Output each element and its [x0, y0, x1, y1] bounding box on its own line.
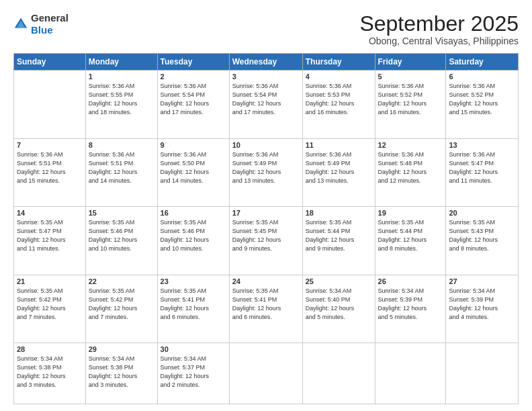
calendar-cell: 20Sunrise: 5:35 AM Sunset: 5:43 PM Dayli…	[446, 207, 519, 275]
calendar-header-monday: Monday	[85, 54, 157, 71]
calendar-cell: 1Sunrise: 5:36 AM Sunset: 5:55 PM Daylig…	[85, 71, 157, 139]
cell-content: Sunrise: 5:36 AM Sunset: 5:48 PM Dayligh…	[378, 150, 443, 185]
calendar-cell: 8Sunrise: 5:36 AM Sunset: 5:51 PM Daylig…	[85, 138, 157, 207]
cell-content: Sunrise: 5:36 AM Sunset: 5:52 PM Dayligh…	[449, 82, 515, 117]
calendar-cell: 25Sunrise: 5:34 AM Sunset: 5:40 PM Dayli…	[302, 275, 375, 343]
day-number: 6	[449, 73, 515, 81]
calendar-table: SundayMondayTuesdayWednesdayThursdayFrid…	[13, 53, 519, 404]
calendar-cell: 3Sunrise: 5:36 AM Sunset: 5:54 PM Daylig…	[229, 71, 302, 139]
calendar-header-friday: Friday	[375, 54, 446, 71]
header: General Blue September 2025 Obong, Centr…	[13, 12, 519, 46]
calendar-cell: 23Sunrise: 5:35 AM Sunset: 5:41 PM Dayli…	[157, 275, 229, 343]
cell-content: Sunrise: 5:34 AM Sunset: 5:40 PM Dayligh…	[306, 287, 372, 322]
cell-content: Sunrise: 5:35 AM Sunset: 5:47 PM Dayligh…	[17, 218, 83, 253]
cell-content: Sunrise: 5:35 AM Sunset: 5:43 PM Dayligh…	[449, 218, 515, 253]
cell-content: Sunrise: 5:34 AM Sunset: 5:39 PM Dayligh…	[449, 287, 515, 322]
logo-text: General Blue	[31, 12, 69, 36]
calendar-header-sunday: Sunday	[14, 54, 86, 71]
calendar-cell: 14Sunrise: 5:35 AM Sunset: 5:47 PM Dayli…	[14, 207, 86, 275]
cell-content: Sunrise: 5:35 AM Sunset: 5:42 PM Dayligh…	[17, 287, 83, 322]
cell-content: Sunrise: 5:34 AM Sunset: 5:38 PM Dayligh…	[17, 355, 83, 390]
day-number: 17	[232, 209, 300, 217]
calendar-cell	[302, 343, 375, 404]
day-number: 10	[232, 141, 300, 149]
cell-content: Sunrise: 5:35 AM Sunset: 5:46 PM Dayligh…	[161, 218, 226, 253]
calendar-week-5: 28Sunrise: 5:34 AM Sunset: 5:38 PM Dayli…	[14, 343, 519, 404]
cell-content: Sunrise: 5:34 AM Sunset: 5:39 PM Dayligh…	[378, 287, 443, 322]
calendar-cell: 2Sunrise: 5:36 AM Sunset: 5:54 PM Daylig…	[157, 71, 229, 139]
calendar-week-2: 7Sunrise: 5:36 AM Sunset: 5:51 PM Daylig…	[14, 138, 519, 207]
day-number: 27	[449, 277, 515, 285]
calendar-cell: 15Sunrise: 5:35 AM Sunset: 5:46 PM Dayli…	[85, 207, 157, 275]
day-number: 11	[306, 141, 372, 149]
day-number: 18	[306, 209, 372, 217]
cell-content: Sunrise: 5:36 AM Sunset: 5:49 PM Dayligh…	[232, 150, 300, 185]
calendar-cell: 30Sunrise: 5:34 AM Sunset: 5:37 PM Dayli…	[157, 343, 229, 404]
cell-content: Sunrise: 5:35 AM Sunset: 5:42 PM Dayligh…	[89, 287, 154, 322]
calendar-cell: 29Sunrise: 5:34 AM Sunset: 5:38 PM Dayli…	[85, 343, 157, 404]
cell-content: Sunrise: 5:35 AM Sunset: 5:41 PM Dayligh…	[232, 287, 300, 322]
cell-content: Sunrise: 5:34 AM Sunset: 5:37 PM Dayligh…	[161, 355, 226, 390]
calendar-week-1: 1Sunrise: 5:36 AM Sunset: 5:55 PM Daylig…	[14, 71, 519, 139]
day-number: 2	[161, 73, 226, 81]
day-number: 5	[378, 73, 443, 81]
calendar-cell: 12Sunrise: 5:36 AM Sunset: 5:48 PM Dayli…	[375, 138, 446, 207]
cell-content: Sunrise: 5:36 AM Sunset: 5:52 PM Dayligh…	[378, 82, 443, 117]
calendar-cell	[375, 343, 446, 404]
cell-content: Sunrise: 5:36 AM Sunset: 5:51 PM Dayligh…	[17, 150, 83, 185]
cell-content: Sunrise: 5:35 AM Sunset: 5:44 PM Dayligh…	[378, 218, 443, 253]
calendar-cell	[229, 343, 302, 404]
day-number: 7	[17, 141, 83, 149]
calendar-cell: 7Sunrise: 5:36 AM Sunset: 5:51 PM Daylig…	[14, 138, 86, 207]
day-number: 1	[89, 73, 154, 81]
cell-content: Sunrise: 5:36 AM Sunset: 5:54 PM Dayligh…	[161, 82, 226, 117]
calendar-header-saturday: Saturday	[446, 54, 519, 71]
day-number: 16	[161, 209, 226, 217]
day-number: 8	[89, 141, 154, 149]
cell-content: Sunrise: 5:35 AM Sunset: 5:46 PM Dayligh…	[89, 218, 154, 253]
cell-content: Sunrise: 5:36 AM Sunset: 5:50 PM Dayligh…	[161, 150, 226, 185]
day-number: 28	[17, 345, 83, 353]
calendar-week-3: 14Sunrise: 5:35 AM Sunset: 5:47 PM Dayli…	[14, 207, 519, 275]
day-number: 12	[378, 141, 443, 149]
cell-content: Sunrise: 5:36 AM Sunset: 5:51 PM Dayligh…	[89, 150, 154, 185]
calendar-header-thursday: Thursday	[302, 54, 375, 71]
cell-content: Sunrise: 5:35 AM Sunset: 5:41 PM Dayligh…	[161, 287, 226, 322]
month-title: September 2025	[359, 12, 519, 36]
calendar-cell: 10Sunrise: 5:36 AM Sunset: 5:49 PM Dayli…	[229, 138, 302, 207]
calendar-header-wednesday: Wednesday	[229, 54, 302, 71]
cell-content: Sunrise: 5:34 AM Sunset: 5:38 PM Dayligh…	[89, 355, 154, 390]
cell-content: Sunrise: 5:36 AM Sunset: 5:53 PM Dayligh…	[306, 82, 372, 117]
calendar-cell: 22Sunrise: 5:35 AM Sunset: 5:42 PM Dayli…	[85, 275, 157, 343]
calendar-cell: 11Sunrise: 5:36 AM Sunset: 5:49 PM Dayli…	[302, 138, 375, 207]
page: General Blue September 2025 Obong, Centr…	[0, 0, 532, 411]
location: Obong, Central Visayas, Philippines	[359, 36, 519, 46]
calendar-cell: 28Sunrise: 5:34 AM Sunset: 5:38 PM Dayli…	[14, 343, 86, 404]
day-number: 30	[161, 345, 226, 353]
day-number: 15	[89, 209, 154, 217]
day-number: 24	[232, 277, 300, 285]
calendar-cell: 18Sunrise: 5:35 AM Sunset: 5:44 PM Dayli…	[302, 207, 375, 275]
day-number: 29	[89, 345, 154, 353]
calendar-cell: 13Sunrise: 5:36 AM Sunset: 5:47 PM Dayli…	[446, 138, 519, 207]
day-number: 25	[306, 277, 372, 285]
day-number: 22	[89, 277, 154, 285]
calendar-body: 1Sunrise: 5:36 AM Sunset: 5:55 PM Daylig…	[14, 71, 519, 404]
logo-icon	[13, 17, 28, 32]
title-block: September 2025 Obong, Central Visayas, P…	[359, 12, 519, 46]
calendar-cell: 4Sunrise: 5:36 AM Sunset: 5:53 PM Daylig…	[302, 71, 375, 139]
calendar-header-tuesday: Tuesday	[157, 54, 229, 71]
calendar-cell: 9Sunrise: 5:36 AM Sunset: 5:50 PM Daylig…	[157, 138, 229, 207]
cell-content: Sunrise: 5:35 AM Sunset: 5:44 PM Dayligh…	[306, 218, 372, 253]
day-number: 3	[232, 73, 300, 81]
calendar-cell: 19Sunrise: 5:35 AM Sunset: 5:44 PM Dayli…	[375, 207, 446, 275]
calendar-cell	[14, 71, 86, 139]
day-number: 4	[306, 73, 372, 81]
cell-content: Sunrise: 5:35 AM Sunset: 5:45 PM Dayligh…	[232, 218, 300, 253]
calendar-cell: 6Sunrise: 5:36 AM Sunset: 5:52 PM Daylig…	[446, 71, 519, 139]
calendar-cell: 21Sunrise: 5:35 AM Sunset: 5:42 PM Dayli…	[14, 275, 86, 343]
calendar-cell	[446, 343, 519, 404]
calendar-cell: 26Sunrise: 5:34 AM Sunset: 5:39 PM Dayli…	[375, 275, 446, 343]
calendar-cell: 16Sunrise: 5:35 AM Sunset: 5:46 PM Dayli…	[157, 207, 229, 275]
logo: General Blue	[13, 12, 69, 36]
